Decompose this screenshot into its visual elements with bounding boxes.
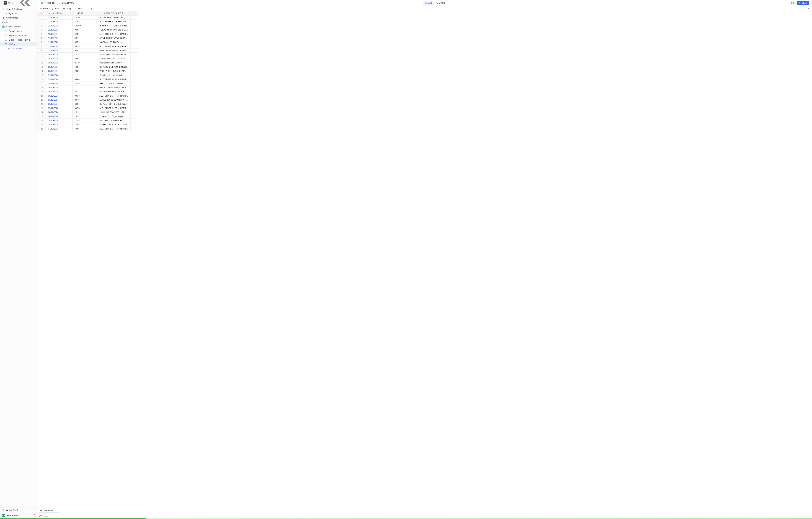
cell-amount[interactable]: -17.85: [72, 119, 98, 123]
table-row[interactable]: 213/12/2024-37.03ALDI STORES - PRAHRAN P…: [37, 20, 138, 24]
nav-integrations[interactable]: Integrations: [0, 11, 36, 16]
cell-amount[interactable]: -25.70: [72, 61, 98, 65]
cell-description[interactable]: MCDONALDS TOWN HALL …: [98, 40, 130, 44]
column-header-amount[interactable]: -43.05 ⌄: [72, 11, 98, 16]
refresh-button[interactable]: [78, 2, 80, 4]
cell-amount[interactable]: -19.91: [72, 65, 98, 69]
cell-date[interactable]: 04/12/2024: [47, 123, 72, 127]
table-row[interactable]: 1309/12/2024-19.91SQ *GOOD MEASURE MELB…: [37, 65, 138, 69]
cell-date[interactable]: 13/12/2024: [47, 20, 72, 24]
cell-description[interactable]: SMP*Ceylon Wok Melbourne: [98, 53, 130, 57]
cell-date[interactable]: 09/12/2024: [47, 77, 72, 81]
cell-amount[interactable]: -9.10: [72, 32, 98, 36]
cell-date[interactable]: 12/12/2024: [47, 32, 72, 36]
group-button[interactable]: Group: [61, 7, 73, 10]
cell-amount[interactable]: -19.52: [72, 114, 98, 119]
cell-date[interactable]: 09/12/2024: [47, 65, 72, 69]
filter-button[interactable]: Filter: [50, 7, 61, 10]
cell-date[interactable]: 04/12/2024: [47, 127, 72, 131]
command-palette-button[interactable]: ⌘ K: [789, 1, 796, 5]
cell-date[interactable]: 05/12/2024: [47, 106, 72, 110]
cell-amount[interactable]: -2.01: [72, 110, 98, 114]
cell-date[interactable]: 06/12/2024: [47, 98, 72, 102]
details-tab[interactable]: Details: [434, 1, 446, 5]
cell-description[interactable]: Cannings Butchers South …: [98, 73, 130, 77]
cell-amount[interactable]: -60.65: [72, 127, 98, 131]
cell-amount[interactable]: -38.33: [72, 94, 98, 98]
sort-button[interactable]: Sort: [74, 7, 83, 10]
cell-date[interactable]: 09/12/2024: [47, 61, 72, 65]
cell-date[interactable]: 09/12/2024: [47, 82, 72, 86]
table-row[interactable]: 512/12/2024-9.10ALDI STORES - PRAHRAN P…: [37, 32, 138, 36]
table-row[interactable]: 1110/12/2024-22.54OZBAN TRADING PTY LTD …: [37, 57, 138, 61]
table-row[interactable]: 2206/12/2024-6.00SQ *MIDI COFFEE Richmon…: [37, 102, 138, 106]
table-row[interactable]: 611/12/2024-9.67MYMIND.COM MYMIND.CO…: [37, 36, 138, 40]
cell-description[interactable]: ALDI STORES - PRAHRAN P…: [98, 32, 130, 36]
cell-description[interactable]: ALDI STORES - PRAHRAN P…: [98, 20, 130, 24]
breadcrumb-view[interactable]: Default View ⌄: [61, 1, 77, 5]
cell-amount[interactable]: -14.99: [72, 82, 98, 86]
cell-amount[interactable]: -80.49: [72, 98, 98, 102]
cell-amount[interactable]: -6.95: [72, 40, 98, 44]
cell-amount[interactable]: -37.03: [72, 20, 98, 24]
chevron-down-icon[interactable]: ⌄: [95, 12, 97, 14]
table-row[interactable]: 113/12/2024-13.20SQ *HARERUYA PANTRY (C…: [37, 16, 138, 20]
cell-date[interactable]: 09/12/2024: [47, 73, 72, 77]
cell-amount[interactable]: -38.73: [72, 106, 98, 110]
new-record-dropdown[interactable]: ⌃: [55, 509, 59, 512]
cell-amount[interactable]: -13.20: [72, 16, 98, 20]
table-row[interactable]: 2106/12/2024-80.49LEMSQZY* CODEWITHANT…: [37, 98, 138, 102]
row-height-button[interactable]: [84, 7, 88, 10]
table-row[interactable]: 1709/12/2024-14.99APPLE.COM/BILL SYDNEY: [37, 82, 138, 86]
table-row[interactable]: 2704/12/2024-27.55IN THE PANTRY PTY LT S…: [37, 123, 138, 127]
cell-description[interactable]: ALDI STORES - PRAHRAN P…: [98, 94, 130, 98]
cell-amount[interactable]: -30.18: [72, 44, 98, 49]
create-view-button[interactable]: Create View: [0, 47, 36, 51]
chevron-down-icon[interactable]: ⌄: [70, 12, 71, 14]
cell-date[interactable]: 11/12/2024: [47, 49, 72, 53]
cell-date[interactable]: 10/12/2024: [47, 53, 72, 57]
column-header-date[interactable]: 13/12/2024 ⌄: [47, 11, 72, 16]
more-menu-button[interactable]: [89, 7, 94, 10]
table-row[interactable]: 2504/12/2024-19.52Google GSUITE_onebigla…: [37, 114, 138, 119]
share-button[interactable]: Share: [797, 1, 809, 5]
cell-description[interactable]: MYMIND.COM MYMIND.CO…: [98, 36, 130, 40]
cell-amount[interactable]: -100.00: [72, 24, 98, 28]
cell-description[interactable]: APPLE.COM/BILL SYDNEY: [98, 82, 130, 86]
table-row[interactable]: 1209/12/2024-25.70Pocketsmith Ltd Dunedi…: [37, 61, 138, 65]
table-row[interactable]: 1609/12/2024-38.48ALDI STORES - PRAHRAN …: [37, 77, 138, 81]
cell-amount[interactable]: -22.54: [72, 57, 98, 61]
cell-amount[interactable]: -9.69: [72, 49, 98, 53]
cell-date[interactable]: 13/12/2024: [47, 16, 72, 20]
cell-description[interactable]: GHOST.ORG SINGAPORE 1…: [98, 86, 130, 90]
cell-description[interactable]: SQ *HARERUYA PANTRY (C…: [98, 16, 130, 20]
table-row[interactable]: 1809/12/2024-17.72GHOST.ORG SINGAPORE 1…: [37, 86, 138, 90]
cell-amount[interactable]: -9.66: [72, 28, 98, 32]
table-row[interactable]: 312/12/2024-100.00BRUNSWICK TOOL LIBRARY…: [37, 24, 138, 28]
table-item[interactable]: Sample Views: [0, 29, 36, 33]
workspace-switcher[interactable]: KE Kees ⌄: [3, 1, 16, 5]
data-grid[interactable]: # 13/12/2024 ⌄ -43.05: [37, 11, 812, 514]
column-header-description[interactable]: HAKATA GENSUKE R… ⌄: [98, 11, 130, 16]
new-record-button[interactable]: New record ⌃: [38, 508, 59, 513]
cell-date[interactable]: 12/12/2024: [47, 28, 72, 32]
table-item[interactable]: Keyboard Shortcuts: [0, 33, 36, 38]
cell-description[interactable]: SWANSTON STREET PHAR…: [98, 49, 130, 53]
table-row[interactable]: 1909/12/2024-24.71Audible*ZR4PM9FY0 Amzn…: [37, 90, 138, 94]
cell-description[interactable]: OZBAN TRADING PTY LTD S…: [98, 57, 130, 61]
cell-date[interactable]: 09/12/2024: [47, 86, 72, 90]
cell-date[interactable]: 11/12/2024: [47, 44, 72, 49]
cell-description[interactable]: IN THE PANTRY PTY LT SOU…: [98, 123, 130, 127]
cell-description[interactable]: Pocketsmith Ltd Dunedin: [98, 61, 130, 65]
table-row[interactable]: 1509/12/2024-21.21Cannings Butchers Sout…: [37, 73, 138, 77]
cell-date[interactable]: 10/12/2024: [47, 57, 72, 61]
fields-button[interactable]: Fields: [38, 7, 50, 10]
table-row[interactable]: 1010/12/2024-16.26SMP*Ceylon Wok Melbour…: [37, 53, 138, 57]
cell-date[interactable]: 09/12/2024: [47, 69, 72, 73]
table-item[interactable]: Quick Reference Links: [0, 38, 36, 42]
cell-amount[interactable]: -21.21: [72, 73, 98, 77]
cell-date[interactable]: 04/12/2024: [47, 114, 72, 119]
table-row[interactable]: 2604/12/2024-17.85MCDONALDS TOWN HALL …: [37, 119, 138, 123]
cell-description[interactable]: Audible*ZR4PM9FY0 Amzn…: [98, 90, 130, 94]
cell-description[interactable]: ALDI STORES - PRAHRAN P…: [98, 44, 130, 49]
